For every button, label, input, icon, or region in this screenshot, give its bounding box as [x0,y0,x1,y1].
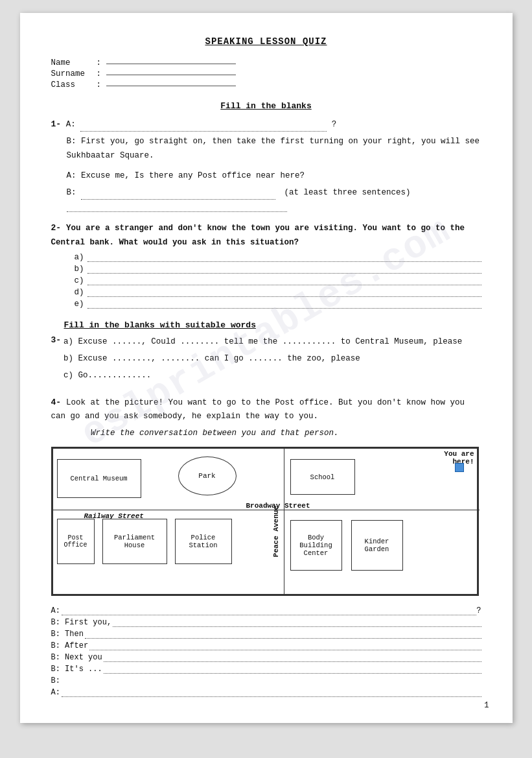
page-number: 1 [484,701,489,710]
bottom-line-prefix: A: [51,688,60,697]
q2-list-item: a) [75,253,481,262]
bottom-line-prefix: B: Next you [51,653,102,662]
section1-header: Fill in the blanks [51,101,481,111]
q3-num: 3- [51,335,62,345]
list-dotline [87,253,481,262]
q1-a: 1- A: ? [51,117,481,132]
class-colon: : [97,80,102,89]
school-box: School [290,459,355,495]
road-right-h [284,510,480,510]
class-label: Class [51,80,97,89]
q1-a2: A: Excuse me, Is there any Post office n… [67,169,481,183]
name-dashes [106,64,236,64]
bottom-line-prefix: B: Then [51,630,84,639]
bottom-dotline [62,606,476,615]
bottom-line-prefix: A: [51,606,60,615]
list-letter: b) [75,265,87,274]
q3-items: a) Excuse ......, Could ........ tell me… [64,335,481,386]
q1-b2-prefix: B: [67,188,82,197]
q1-b2-note: (at least three sentences) [284,188,411,197]
name-line: Name : [51,58,481,67]
bottom-line: B: Then [51,630,481,639]
q4-text: Look at the picture! You want to go to t… [51,398,465,421]
q1-b2: B: (at least three sentences) [67,186,481,200]
q2-text: 2- You are a stranger and don't know the… [51,221,481,250]
q2-bold: You are a stranger and don't know the to… [51,224,465,246]
bottom-dotline [62,688,481,697]
post-office-box: PostOffice [57,519,95,564]
bottom-line-prefix: B: It's ... [51,665,102,674]
map-left-border [52,447,53,595]
q1-b: B: First you, go straight on, then take … [67,135,481,163]
question-1: 1- A: ? B: First you, go straight on, th… [51,117,481,212]
page-title: SPEAKING LESSON QUIZ [51,36,481,47]
q4-num: 4- [51,397,66,407]
you-are-here-box [455,463,464,472]
map: You arehere! Broadway Street Railway Str… [51,447,479,596]
q2-list-item: c) [75,276,481,285]
central-museum-box: Central Museum [57,459,141,498]
bottom-line: B: After [51,641,481,650]
page: eslprintables.com SPEAKING LESSON QUIZ N… [20,13,513,723]
bottom-line: B: [51,676,481,685]
bottom-line-prefix: B: [51,676,60,685]
police-station-box: PoliceStation [175,519,232,564]
kinder-garden-box: KinderGarden [351,520,403,571]
q4-text-line: 4- Look at the picture! You want to go t… [51,396,481,424]
bottom-line-prefix: B: After [51,641,89,650]
list-dotline [87,288,481,297]
map-bottom-border [52,594,478,595]
class-dashes [106,86,236,86]
q3-list-item: c) Go............. [64,369,481,383]
list-dotline [87,276,481,285]
q2-list: a)b)c)d)e) [51,253,481,309]
list-letter: c) [75,276,87,285]
list-letter: e) [75,300,87,309]
bottom-line-prefix: B: First you, [51,618,112,627]
q1-a-prefix: A: [66,120,81,129]
q1-a-question: ? [332,120,337,129]
bottom-dotline [104,653,481,662]
q1-b2-dotline [81,191,275,200]
q4-italic: Write the conversation between you and t… [91,429,339,438]
class-line: Class : [51,80,481,89]
list-letter: a) [75,253,87,262]
name-colon: : [97,58,102,67]
surname-dashes [106,75,236,75]
road-divider-v [284,447,284,595]
q2-list-item: b) [75,265,481,274]
q3-list-item: a) Excuse ......, Could ........ tell me… [64,335,481,349]
question-4: 4- Look at the picture! You want to go t… [51,396,481,597]
surname-line: Surname : [51,69,481,78]
bottom-line: A: ? [51,606,481,615]
bottom-dotline [85,630,481,639]
peace-avenue-label: Peace Avenue [272,506,280,557]
section3-header: Fill in the blanks with suitable words [64,320,481,330]
bottom-dotline [113,618,481,627]
q2-list-item: d) [75,288,481,297]
question-2: 2- You are a stranger and don't know the… [51,221,481,309]
bottom-line: A: [51,688,481,697]
q1-num: 1- [51,119,62,129]
list-dotline [87,265,481,274]
q2-num: 2- [51,223,66,233]
name-label: Name [51,58,97,67]
q3-list-item: b) Excuse ........, ........ can I go ..… [64,352,481,366]
bottom-dotline [89,641,481,650]
list-dotline [87,300,481,309]
map-inner: You arehere! Broadway Street Railway Str… [52,447,478,595]
bottom-line-suffix: ? [476,606,481,615]
body-building-center-box: BodyBuildingCenter [290,520,342,571]
q1-a-dotline [80,123,327,132]
q3-wrapper: 3- a) Excuse ......, Could ........ tell… [51,335,481,386]
q1-b2-extra [67,203,287,212]
map-top-border [52,447,478,449]
bottom-line: B: Next you [51,653,481,662]
bottom-lines: A: ?B: First you, B: Then B: After B: Ne… [51,606,481,697]
park-box: Park [178,456,237,495]
q4-italic-line: Write the conversation between you and t… [67,427,481,440]
list-letter: d) [75,288,87,297]
surname-colon: : [97,69,102,78]
q2-list-item: e) [75,300,481,309]
bottom-line: B: It's ... [51,665,481,674]
